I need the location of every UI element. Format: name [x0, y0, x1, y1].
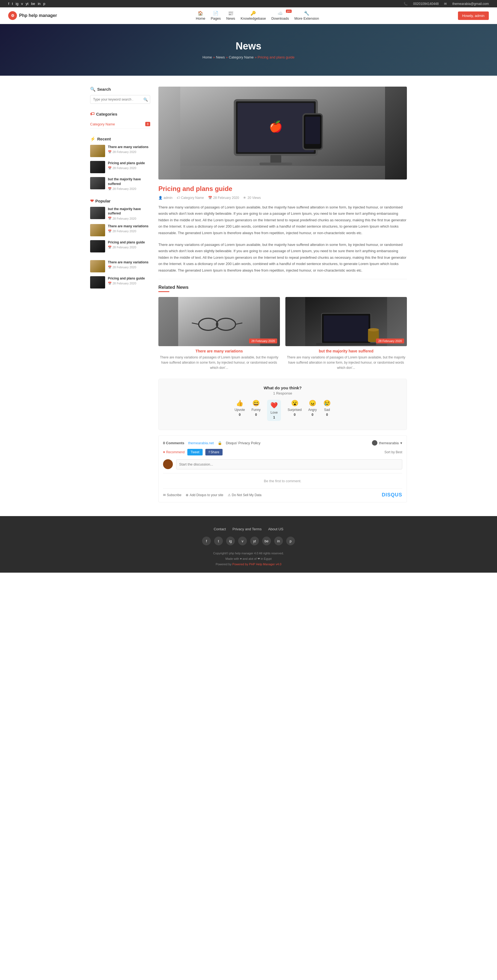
footer-privacy-link[interactable]: Privacy and Terms: [232, 527, 262, 531]
do-not-sell-button[interactable]: ⚠ Do Not Sell My Data: [228, 493, 262, 497]
footer-instagram-icon[interactable]: ig: [226, 536, 235, 545]
instagram-icon[interactable]: ig: [16, 2, 18, 6]
site-logo[interactable]: ⚙ Php help manager: [8, 11, 57, 20]
add-disqus-button[interactable]: ⊕ Add Disqus to your site: [186, 493, 223, 497]
nav-news-label: News: [226, 16, 235, 21]
nav-pages[interactable]: 📄 Pages: [211, 11, 221, 21]
pro-badge: pro: [286, 10, 292, 13]
svg-rect-18: [324, 315, 368, 342]
extra-date-2: 📅 28 February 2020: [108, 282, 145, 285]
breadcrumb-home[interactable]: Home: [203, 55, 212, 59]
disqus-account-chevron: ▾: [400, 441, 402, 445]
recent-item[interactable]: There are many variations 📅 28 February …: [90, 145, 150, 157]
extra-sidebar-item-2[interactable]: Pricing and plans guide 📅 28 February 20…: [90, 276, 150, 288]
reaction-sad[interactable]: 😢 Sad 0: [323, 400, 331, 421]
surprised-label: Surprised: [287, 408, 302, 412]
related-card-1[interactable]: 28 February 2020 There are many variatio…: [159, 297, 280, 371]
pinterest-icon[interactable]: p: [43, 2, 45, 6]
footer-vimeo-icon[interactable]: v: [238, 536, 247, 545]
nav-kb[interactable]: 🔑 Knowledgebase: [241, 11, 266, 21]
search-input[interactable]: [90, 95, 150, 104]
phone-icon: 📞: [403, 2, 408, 6]
popular-item-3[interactable]: Pricing and plans guide 📅 28 February 20…: [90, 240, 150, 253]
calendar-icon-p1: 📅: [108, 216, 112, 220]
related-card-desc-1: There are many variations of passages of…: [159, 355, 280, 371]
logo-icon: ⚙: [8, 11, 17, 20]
recent-thumb-3: [90, 177, 105, 189]
calendar-icon-1: 📅: [108, 150, 112, 154]
sidebar-recent-section: ⚡ Recent There are many variations 📅 28 …: [90, 136, 150, 191]
facebook-icon[interactable]: f: [8, 2, 9, 6]
hero-img-inner: 🍎: [159, 87, 407, 180]
howdy-button[interactable]: Howdy, admin: [458, 11, 489, 20]
footer-contact-link[interactable]: Contact: [214, 527, 226, 531]
tweet-button[interactable]: Tweet: [187, 449, 203, 455]
reaction-angry[interactable]: 😠 Angry 0: [308, 400, 317, 421]
search-submit-button[interactable]: 🔍: [143, 97, 148, 102]
footer-behance-icon[interactable]: be: [262, 536, 271, 545]
extra-date-1: 📅 28 February 2020: [108, 266, 149, 269]
social-icons-top: f t ig v yt be in p: [8, 2, 45, 6]
article-body-2: There are many variations of passages of…: [159, 242, 407, 274]
breadcrumb-news[interactable]: News: [216, 55, 225, 59]
nav-news[interactable]: 📰 News: [226, 11, 235, 21]
disqus-brand: DISQUS: [382, 492, 402, 498]
recommend-button[interactable]: ♥ Recommend: [163, 450, 184, 454]
main-nav: 🏠 Home 📄 Pages 📰 News 🔑 Knowledgebase ☁️…: [196, 11, 319, 21]
nav-downloads[interactable]: ☁️ Downloads pro: [272, 11, 289, 21]
footer-pinterest-icon[interactable]: p: [286, 536, 295, 545]
footer-about-link[interactable]: About US: [268, 527, 283, 531]
powered-brand[interactable]: Powered by PHP Help Manager v4.0: [232, 563, 281, 566]
linkedin-icon[interactable]: in: [38, 2, 40, 6]
disqus-account-name: themearabia: [379, 441, 399, 445]
popular-label: Popular: [95, 199, 111, 203]
nav-home[interactable]: 🏠 Home: [196, 11, 205, 21]
comment-input[interactable]: [176, 459, 402, 469]
footer-facebook-icon[interactable]: f: [202, 536, 211, 545]
email-address: themearabia@gmail.com: [452, 2, 489, 6]
recent-item-2[interactable]: Pricing and plans guide 📅 28 February 20…: [90, 161, 150, 173]
related-card-2[interactable]: 28 February 2020 but the majority have s…: [285, 297, 407, 371]
sort-label[interactable]: Sort by Best: [384, 450, 402, 454]
category-item[interactable]: Category Name 8: [90, 120, 150, 129]
recent-item-3[interactable]: but the majority have suffered 📅 28 Febr…: [90, 177, 150, 191]
reactions-count: 1 Response: [165, 391, 400, 395]
tag-icon: 🏷: [177, 196, 180, 200]
sidebar-search-title: 🔍 Search: [90, 87, 150, 92]
share-button[interactable]: f Share: [205, 449, 222, 455]
disqus-privacy-link[interactable]: Disqus' Privacy Policy: [226, 441, 260, 445]
contact-info: 📞 00201094140448 ✉ themearabia@gmail.com: [403, 2, 489, 6]
behance-icon[interactable]: be: [31, 2, 35, 6]
extra-thumb-2: [90, 276, 105, 288]
funny-count: 0: [255, 413, 257, 417]
reaction-upvote[interactable]: 👍 Upvote 0: [235, 400, 245, 421]
recent-date-3: 📅 28 February 2020: [108, 187, 150, 191]
vimeo-icon[interactable]: v: [21, 2, 23, 6]
news-icon: 📰: [228, 11, 233, 16]
twitter-icon[interactable]: t: [12, 2, 13, 6]
youtube-icon[interactable]: yt: [26, 2, 29, 6]
reaction-surprised[interactable]: 😮 Surprised 0: [287, 400, 302, 421]
disqus-account[interactable]: themearabia ▾: [372, 440, 402, 445]
disqus-site-link[interactable]: themearabia.net: [188, 441, 214, 445]
footer-linkedin-icon[interactable]: in: [274, 536, 283, 545]
footer-twitter-icon[interactable]: t: [214, 536, 223, 545]
popular-item-1[interactable]: but the majority have suffered 📅 28 Febr…: [90, 207, 150, 221]
breadcrumb-category[interactable]: Category Name: [229, 55, 254, 59]
related-news-section: Related News: [159, 285, 407, 371]
sad-label: Sad: [324, 408, 330, 412]
hero-content: News Home » News » Category Name » Prici…: [8, 40, 489, 59]
recent-label: Recent: [97, 137, 111, 141]
related-date-badge-2: 28 February 2020: [376, 339, 404, 344]
popular-item-2[interactable]: There are many variations 📅 28 February …: [90, 224, 150, 236]
reaction-love[interactable]: ❤️ Love 1: [267, 400, 281, 421]
reaction-funny[interactable]: 😄 Funny 0: [251, 400, 260, 421]
svg-rect-5: [259, 162, 292, 165]
extra-sidebar-item-1[interactable]: There are many variations 📅 28 February …: [90, 260, 150, 272]
footer-youtube-icon[interactable]: yt: [250, 536, 259, 545]
popular-info-2: There are many variations 📅 28 February …: [108, 224, 149, 233]
article-meta: 👤 admin 🏷 Category Name 📅 28 February 20…: [159, 196, 407, 200]
subscribe-button[interactable]: ✉ Subscribe: [163, 493, 181, 497]
nav-extensions[interactable]: 🔧 More Extension: [294, 11, 319, 21]
meta-category[interactable]: 🏷 Category Name: [177, 196, 204, 200]
